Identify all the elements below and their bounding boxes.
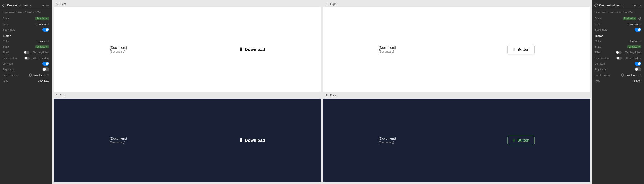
state-row: State Enabled ∨ [0, 16, 52, 21]
b-light-doc: {Document} {Secondary} [378, 46, 396, 53]
a-light-panel: {Document} {Secondary} ⬇ Download [54, 7, 321, 92]
r-left-icon-toggle[interactable] [634, 62, 641, 66]
b-dark-button[interactable]: ⬇ Button [508, 136, 534, 145]
chevron-down-icon: ∨ [634, 17, 635, 20]
filled-row: Filled ...Terciary/Filled [0, 50, 52, 55]
chevron-down-icon: ∨ [46, 17, 48, 20]
r-button-section-title: Button [592, 32, 644, 38]
filled-label: Filled [3, 51, 9, 54]
chevron-down-icon: ∨ [47, 74, 49, 77]
left-instance-value[interactable]: Download... ∨ [29, 74, 49, 77]
r-left-instance-label: Left Instance [595, 74, 610, 76]
secondary-toggle[interactable] [42, 28, 49, 32]
b-light-button[interactable]: ⬇ Button [508, 45, 534, 54]
r-secondary-row: Secondary [592, 27, 644, 32]
r-text-row: Text Button [592, 78, 644, 84]
a-light-download-button[interactable]: ⬇ Download [239, 47, 265, 52]
chevron-down-icon: ∨ [640, 40, 641, 42]
r-state-row: State Enabled ∨ ⏱ [592, 16, 644, 21]
doc-main-dark-text: {Document} [110, 136, 127, 140]
right-icon-row: Right Icon [0, 66, 52, 72]
b-dark-doc: {Document} {Secondary} [378, 136, 396, 144]
r-left-icon-label: Left Icon [595, 62, 605, 65]
more-icon[interactable]: ··· [638, 4, 641, 7]
r-btn-state-badge[interactable]: Enabled ∨ [627, 45, 641, 48]
r-left-instance-value[interactable]: Download... ∨ [621, 74, 641, 77]
a-light-label: A - Light [52, 0, 322, 7]
b-dark-label: B - Dark [322, 92, 592, 98]
r-text-value: Button [634, 79, 641, 82]
chevron-down-icon: ∨ [622, 4, 624, 7]
btn-state-label: State [3, 45, 9, 48]
r-left-icon-row: Left Icon [592, 61, 644, 66]
hide-shadow-toggle[interactable] [24, 56, 30, 60]
diamond-icon [29, 73, 32, 77]
secondary-label: Secondary [3, 28, 15, 31]
color-row: Color Terciary ∨ [0, 38, 52, 44]
type-value[interactable]: Document ∨ [35, 23, 49, 26]
a-light-doc: {Document} {Secondary} [110, 46, 127, 53]
r-color-value[interactable]: Terciary ∨ [629, 40, 641, 42]
more-icon[interactable]: ··· [46, 4, 49, 7]
hide-shadow-value: .../Hide shadow [24, 56, 49, 60]
state-badge[interactable]: Enabled ∨ [35, 17, 49, 20]
color-value[interactable]: Terciary ∨ [37, 40, 49, 42]
move-icon[interactable]: ⊹ [634, 4, 636, 7]
btn-state-badge[interactable]: Enabled ∨ [35, 45, 49, 48]
r-filled-toggle[interactable] [616, 51, 622, 54]
a-dark-doc: {Document} {Secondary} [110, 136, 127, 144]
left-sidebar-actions: ⊹ ··· [42, 4, 49, 7]
type-label: Type [3, 23, 8, 26]
right-icon-toggle[interactable] [42, 68, 49, 71]
download-icon-dark: ⬇ [239, 138, 243, 143]
r-type-value[interactable]: Document ∨ [627, 23, 641, 26]
right-sidebar-actions: ⊹ ··· [634, 4, 641, 7]
diamond-icon [2, 4, 6, 8]
doc-sub-text: {Secondary} [110, 50, 125, 53]
button-icon-dark: ⬇ [512, 138, 516, 143]
r-type-label: Type [595, 23, 600, 26]
r-state-label: State [595, 17, 601, 20]
panel-b-dark: B - Dark {Document} {Secondary} ⬇ Button [322, 92, 592, 184]
r-secondary-toggle[interactable] [634, 28, 641, 32]
r-state-badge[interactable]: Enabled ∨ [622, 17, 636, 20]
r-text-label: Text [595, 79, 600, 82]
doc-sub-dark-text: {Secondary} [378, 141, 394, 144]
a-dark-label: A - Dark [52, 92, 322, 98]
filled-toggle[interactable] [24, 51, 30, 54]
b-light-panel: {Document} {Secondary} ⬇ Button [323, 7, 590, 92]
right-sidebar-header-left: CustomListItem ∨ [595, 4, 624, 7]
left-sidebar-url: https://www.notion.so/bitsofstock/Cu... [0, 10, 52, 16]
text-row: Text Download [0, 78, 52, 84]
diamond-icon [594, 4, 598, 8]
btn-state-row: State Enabled ∨ [0, 44, 52, 50]
type-row: Type Document ∨ [0, 21, 52, 27]
r-left-instance-row: Left Instance Download... ∨ [592, 72, 644, 78]
right-sidebar-url: https://www.notion.so/bitsofstock/Cu... [592, 10, 644, 16]
text-label: Text [3, 79, 8, 82]
left-icon-label: Left Icon [3, 62, 13, 65]
download-icon: ⬇ [239, 47, 243, 52]
left-sidebar: CustomListItem ∨ ⊹ ··· https://www.notio… [0, 0, 52, 184]
hide-shadow-label: hideShadow [3, 56, 17, 60]
doc-sub-dark-text: {Secondary} [110, 141, 125, 144]
secondary-row: Secondary [0, 27, 52, 32]
clock-icon[interactable]: ⏱ [638, 16, 641, 20]
move-icon[interactable]: ⊹ [42, 4, 44, 7]
b-light-label: B - Light [322, 0, 592, 7]
r-filled-label: Filled [595, 51, 601, 54]
left-sidebar-header-left: CustomListItem ∨ [3, 4, 32, 7]
doc-main-text: {Document} [378, 46, 396, 50]
a-dark-download-button[interactable]: ⬇ Download [239, 138, 265, 143]
left-icon-toggle[interactable] [42, 62, 49, 66]
main-content: A - Light {Document} {Secondary} ⬇ Downl… [52, 0, 592, 184]
color-label: Color [3, 40, 9, 42]
chevron-down-icon: ∨ [640, 23, 641, 25]
chevron-down-icon: ∨ [639, 74, 641, 77]
r-hide-shadow-toggle[interactable] [616, 56, 622, 60]
r-right-icon-toggle[interactable] [634, 68, 641, 71]
r-hide-shadow-value: .../Hide shadow [616, 56, 641, 60]
right-sidebar-title: CustomListItem [599, 4, 621, 7]
r-btn-state-row: State Enabled ∨ [592, 44, 644, 50]
left-sidebar-header: CustomListItem ∨ ⊹ ··· [0, 2, 52, 9]
